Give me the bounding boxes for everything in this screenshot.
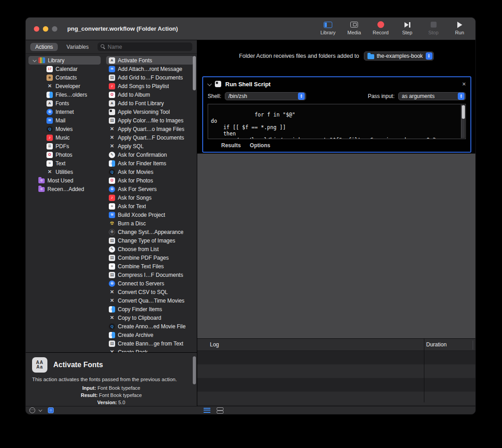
- zoom-window-button[interactable]: [52, 26, 57, 32]
- automator-window: png_converter.workflow (Folder Action) L…: [25, 17, 476, 415]
- action-item-create-archive[interactable]: Create Archive: [106, 331, 194, 339]
- toolbar-button-record[interactable]: Record: [373, 21, 389, 35]
- action-item-ask-for-confirmation[interactable]: Ask for Confirmation: [106, 150, 194, 159]
- sidebar-root-library[interactable]: Library: [28, 56, 101, 65]
- code-scrollbar-thumb[interactable]: [462, 105, 465, 119]
- sidebar-item-recen-added[interactable]: Recen…Added: [28, 185, 101, 193]
- action-item-connect-to-servers[interactable]: Connect to Servers: [106, 279, 194, 288]
- action-item-add-attach-ront-message[interactable]: Add Attach…ront Message: [106, 65, 194, 73]
- sidebar-item-internet[interactable]: Internet: [28, 107, 101, 116]
- toolbar-button-stop[interactable]: Stop: [426, 21, 441, 35]
- action-description-panel: Activate Fonts This action activates the…: [26, 352, 197, 406]
- sidebar-item-fonts[interactable]: Fonts: [28, 99, 101, 107]
- sidebar-item-developer[interactable]: Developer: [28, 82, 101, 90]
- category-tree: Library Calendar Contacts Developer File…: [26, 54, 103, 352]
- log-header-right-divider: [473, 341, 473, 350]
- action-item-ask-for-photos[interactable]: Ask for Photos: [106, 176, 194, 185]
- filter-bar: Actions Variables: [26, 40, 197, 54]
- action-item-compress-i-f-documents[interactable]: Compress I…F Documents: [106, 271, 194, 279]
- action-list-scrollbar[interactable]: [193, 56, 196, 90]
- action-item-ask-for-servers[interactable]: Ask For Servers: [106, 185, 194, 193]
- more-options-icon[interactable]: [29, 407, 35, 413]
- shell-script-code: for f in "$@" do if [[ $f == *.png ]] th…: [211, 112, 436, 139]
- close-window-button[interactable]: [34, 26, 39, 32]
- chevron-down-icon[interactable]: [38, 408, 42, 411]
- list-view-icon[interactable]: [204, 408, 210, 413]
- search-field[interactable]: [98, 42, 193, 51]
- action-item-choose-from-list[interactable]: Choose from List: [106, 245, 194, 253]
- action-item-apply-color-file-to-images[interactable]: Apply Color…file to Images: [106, 116, 194, 125]
- tab-variables[interactable]: Variables: [61, 43, 93, 51]
- action-item-create-anno-ed-movie-file[interactable]: Create Anno…ed Movie File: [106, 322, 194, 331]
- sidebar-item-contacts[interactable]: Contacts: [28, 73, 101, 82]
- xcode-icon: [109, 212, 115, 218]
- toolbar-button-step[interactable]: Step: [400, 21, 415, 35]
- sidebar-item-movies[interactable]: Movies: [28, 125, 101, 133]
- sidebar-item-music[interactable]: Music: [28, 133, 101, 142]
- utilities-icon: [46, 169, 53, 175]
- calendar-icon: [46, 66, 53, 72]
- pass-input-dropdown[interactable]: as arguments: [398, 92, 466, 100]
- description-body: This action activates the fonts passed f…: [32, 377, 191, 382]
- shell-footer-tab-results[interactable]: Results: [221, 142, 241, 149]
- action-item-ask-for-songs[interactable]: Ask for Songs: [106, 193, 194, 202]
- action-item-add-to-font-library[interactable]: Add to Font Library: [106, 99, 194, 107]
- settings-icon: [109, 229, 115, 235]
- action-item-apply-quart-f-documents[interactable]: Apply Quart…F Documents: [106, 133, 194, 142]
- sidebar-item-mail[interactable]: Mail: [28, 116, 101, 125]
- toolbar-button-library[interactable]: Library: [321, 21, 336, 35]
- action-item-convert-qua-time-movies[interactable]: Convert Qua…Time Movies: [106, 296, 194, 305]
- action-item-copy-finder-items[interactable]: Copy Finder Items: [106, 305, 194, 313]
- pass-input-value: as arguments: [402, 93, 435, 99]
- action-item-add-grid-to-f-documents[interactable]: Add Grid to…F Documents: [106, 73, 194, 82]
- description-field: Input: Font Book typeface: [32, 384, 191, 392]
- utilities-icon: [109, 143, 115, 149]
- sidebar-item-most-used[interactable]: Most Used: [28, 176, 101, 185]
- sidebar-item-files-olders[interactable]: Files…olders: [28, 90, 101, 99]
- action-item-apply-quart-o-image-files[interactable]: Apply Quart…o Image Files: [106, 125, 194, 133]
- action-item-create-bann-ge-from-text[interactable]: Create Bann…ge from Text: [106, 339, 194, 348]
- sidebar-item-photos[interactable]: Photos: [28, 150, 101, 159]
- action-item-convert-csv-to-sql[interactable]: Convert CSV to SQL: [106, 288, 194, 296]
- minimize-window-button[interactable]: [43, 26, 48, 32]
- sidebar-item-calendar[interactable]: Calendar: [28, 65, 101, 73]
- action-item-change-type-of-images[interactable]: Change Type of Images: [106, 236, 194, 245]
- workflow-canvas-empty: [197, 154, 475, 338]
- action-item-combine-pdf-pages[interactable]: Combine PDF Pages: [106, 253, 194, 262]
- search-input[interactable]: [108, 44, 190, 50]
- toolbar-button-media[interactable]: Media: [347, 21, 362, 35]
- description-scrollbar[interactable]: [193, 356, 196, 384]
- stack-view-icon[interactable]: [217, 407, 223, 414]
- action-item-add-songs-to-playlist[interactable]: Add Songs to Playlist: [106, 82, 194, 90]
- sidebar-item-utilities[interactable]: Utilities: [28, 168, 101, 176]
- action-item-burn-a-disc[interactable]: Burn a Disc: [106, 219, 194, 228]
- action-item-apply-sql[interactable]: Apply SQL: [106, 142, 194, 150]
- action-item-change-syst-appearance[interactable]: Change Syst…Appearance: [106, 228, 194, 236]
- action-item-copy-to-clipboard[interactable]: Copy to Clipboard: [106, 313, 194, 322]
- action-item-combine-text-files[interactable]: Combine Text Files: [106, 262, 194, 271]
- media-browser-icon[interactable]: [48, 407, 54, 413]
- sidebar-item-pdfs[interactable]: PDFs: [28, 142, 101, 150]
- run-shell-script-block[interactable]: Run Shell Script × Shell: /bin/zsh Pass …: [202, 76, 471, 153]
- sidebar-item-text[interactable]: Text: [28, 159, 101, 168]
- tab-actions[interactable]: Actions: [30, 43, 58, 51]
- action-item-build-xcode-project[interactable]: Build Xcode Project: [106, 210, 194, 219]
- action-item-ask-for-movies[interactable]: Ask for Movies: [106, 168, 194, 176]
- action-item-activate-fonts[interactable]: Activate Fonts: [106, 56, 194, 65]
- action-item-ask-for-finder-items[interactable]: Ask for Finder Items: [106, 159, 194, 168]
- watched-folder-dropdown[interactable]: the-examples-book: [364, 51, 434, 61]
- action-item-add-to-album[interactable]: Add to Album: [106, 90, 194, 99]
- disclosure-chevron-icon[interactable]: [33, 58, 36, 62]
- action-item-apple-versioning-tool[interactable]: Apple Versioning Tool: [106, 107, 194, 116]
- log-column-divider[interactable]: [424, 339, 424, 351]
- action-item-create-pack[interactable]: Create Pack…: [106, 348, 194, 352]
- action-item-ask-for-text[interactable]: Ask for Text: [106, 202, 194, 210]
- close-action-button[interactable]: ×: [462, 81, 466, 87]
- shell-dropdown[interactable]: /bin/zsh: [225, 92, 306, 100]
- collapse-chevron-icon[interactable]: [207, 81, 212, 86]
- shell-script-editor[interactable]: for f in "$@" do if [[ $f == *.png ]] th…: [208, 104, 466, 139]
- smartfolder-icon: [38, 178, 45, 183]
- toolbar-button-run[interactable]: Run: [452, 21, 467, 35]
- log-rows: [197, 351, 475, 406]
- shell-footer-tab-options[interactable]: Options: [250, 142, 270, 149]
